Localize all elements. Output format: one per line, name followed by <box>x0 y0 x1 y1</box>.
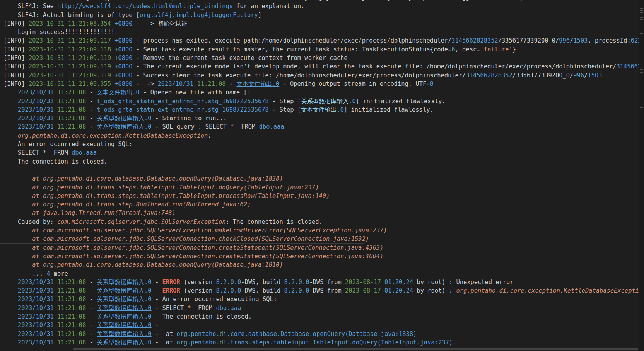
log-text-segment: 1503 <box>573 37 588 44</box>
log-text-segment: org.slf4j.impl.Log4jLoggerFactory <box>140 12 258 19</box>
log-text-segment: - Opening output stream in encoding: UTF… <box>279 80 430 87</box>
log-text-segment: - Starting to run... <box>152 115 227 122</box>
log-text-segment: [INFO] <box>3 37 29 44</box>
log-line: 2023/10/31 11:21:08 - 关系型数据库输入.0 - at or… <box>3 330 639 338</box>
log-text-segment: - <box>86 313 97 320</box>
log-line: 2023/10/31 11:21:08 - 关系型数据库输入.0 - <box>3 321 639 329</box>
log-text-segment: - <box>86 296 97 303</box>
log-link[interactable]: 关系型数据库输入.0 <box>97 115 152 122</box>
log-text-segment: 2023-10-31 11:21:09.119 <box>29 72 114 79</box>
log-text-segment: at com.microsoft.sqlserver.jdbc.SQLServe… <box>3 235 369 242</box>
log-link[interactable]: t_ods_grta_statn_ext_entrnc_nr.stg_16987… <box>97 106 269 113</box>
log-text-segment: (version <box>180 279 216 286</box>
log-text-segment: -DWS, build <box>241 287 284 294</box>
log-text-segment: - <box>86 89 97 96</box>
log-text-segment: - SELECT * FROM <box>152 305 216 312</box>
log-text-segment <box>3 322 18 329</box>
log-text-segment: +0800 <box>114 55 132 61</box>
log-line: org.pentaho.di.core.exception.KettleData… <box>3 131 639 140</box>
log-text-segment: org.pentaho.di.core.exception.KettleData… <box>456 287 639 294</box>
log-link[interactable]: 关系型数据库输入.0 <box>97 123 152 130</box>
log-text-segment <box>3 98 18 105</box>
log-text-segment: at org.pentaho.di.trans.steps.tableinput… <box>3 184 319 191</box>
log-text-segment: 11:21:08 <box>54 287 86 294</box>
log-link[interactable]: 关系型数据库输入.0 <box>97 305 152 312</box>
log-text-segment: 3145662828352 <box>466 72 512 79</box>
log-text-segment: - <box>86 287 97 294</box>
log-lines-container: SLF4J: Found binding in [jar:file:/home/… <box>0 0 639 347</box>
log-text-segment <box>3 106 18 113</box>
log-text-segment: - Opened new file with name [] <box>140 89 251 96</box>
log-text-segment: 11:21:08 <box>54 279 86 286</box>
log-text-segment: : The connection is closed. <box>226 218 323 225</box>
log-text-segment: 2023/10/31 <box>18 123 54 130</box>
log-link[interactable]: 关系型数据库输入.0 <box>97 313 152 320</box>
horizontal-scrollbar-thumb[interactable] <box>73 348 638 350</box>
log-text-segment: 2023/10/31 <box>18 279 54 286</box>
log-line: ... 4 more <box>3 269 639 278</box>
log-link[interactable]: 关系型数据库输入.0 <box>97 322 152 329</box>
log-link[interactable]: 关系型数据库输入.0 <box>97 339 152 346</box>
log-line: [INFO] 2023-10-31 11:21:09.119 +0800 - S… <box>3 71 639 80</box>
log-text-segment: 1503 <box>588 72 602 79</box>
log-line: 2023/10/31 11:21:08 - 关系型数据库输入.0 - at or… <box>3 338 639 347</box>
log-link[interactable]: 关系型数据库输入.0 <box>97 287 152 294</box>
scroll-annotation-mark <box>640 72 643 73</box>
log-line: at org.pentaho.di.trans.steps.tableinput… <box>3 192 639 200</box>
log-link[interactable]: 关系型数据库输入.0 <box>97 331 152 337</box>
log-text-segment: - <box>86 115 97 122</box>
log-text-segment: - <box>152 322 162 329</box>
log-text-segment: 996 <box>573 72 584 79</box>
log-text-segment: , processId: <box>588 37 630 44</box>
log-text-segment: 2023/10/31 <box>18 305 54 312</box>
log-line: at com.microsoft.sqlserver.jdbc.SQLServe… <box>3 252 639 261</box>
cursor-line-border-bottom <box>0 252 364 252</box>
log-text-segment <box>3 331 18 337</box>
log-line: 2023/10/31 11:21:08 - t_ods_grta_statn_e… <box>3 97 639 106</box>
log-text-segment: 2023/10/31 <box>18 331 54 337</box>
log-text-segment: ERROR <box>162 287 180 294</box>
log-text-segment: ... <box>3 270 46 277</box>
log-text-segment: at java.lang.Thread.run(Thread.java:748) <box>3 210 176 216</box>
log-text-segment: -DWS from <box>309 287 345 294</box>
log-link[interactable]: 文本文件输出.0 <box>236 80 279 87</box>
log-line: at org.pentaho.di.core.database.Database… <box>3 261 639 269</box>
log-text-segment: at com.microsoft.sqlserver.jdbc.SQLServe… <box>3 227 387 234</box>
log-text-segment: 3145662828352 <box>617 63 639 70</box>
log-text-segment: at org.pentaho.di.trans.step.RunThread.r… <box>3 201 251 208</box>
log-link[interactable]: t_ods_grta_statn_ext_entrnc_nr.stg_16987… <box>97 98 269 105</box>
log-text-segment: 2023/10/31 <box>18 106 54 113</box>
log-link[interactable]: http://www.slf4j.org/codes.html#multiple… <box>57 3 233 10</box>
log-text-segment: .0 <box>337 106 344 113</box>
log-line: Caused by: com.microsoft.sqlserver.jdbc.… <box>3 218 639 226</box>
log-text-segment: 8 <box>430 80 433 87</box>
log-line: at org.pentaho.di.trans.steps.tableinput… <box>3 183 639 192</box>
log-text-segment <box>3 123 18 130</box>
vertical-scrollbar[interactable] <box>639 0 644 351</box>
log-line: The connection is closed. <box>3 157 639 166</box>
log-link[interactable]: 文本文件输出.0 <box>97 89 140 96</box>
log-text-segment <box>3 339 18 346</box>
log-line: at com.microsoft.sqlserver.jdbc.SQLServe… <box>3 226 639 235</box>
log-text-segment: 11:21:08 <box>54 313 86 320</box>
log-text-segment: 2023-08-17 <box>345 287 381 294</box>
log-text-segment: 8.2.0.0 <box>284 287 309 294</box>
log-text-segment: - <box>86 98 97 105</box>
log-text-segment: - <box>86 322 97 329</box>
log-text-segment: SLF4J: See <box>3 3 57 10</box>
log-line: 2023/10/31 11:21:08 - 文本文件输出.0 - Opened … <box>3 88 639 97</box>
log-text-segment: 2023/10/31 <box>18 339 54 346</box>
log-text-segment: - process has exited. execute path:/home… <box>133 37 452 44</box>
log-text-segment: 11:21:08 <box>193 80 225 87</box>
log-text-segment: 8.2.0.0 <box>284 279 309 286</box>
log-line: [INFO] 2023-10-31 11:21:08.354 +0800 - -… <box>3 19 639 28</box>
scroll-annotation-mark <box>640 17 643 18</box>
log-link[interactable]: 关系型数据库输入.0 <box>97 279 152 286</box>
log-text-segment: 2023-10-31 11:21:08.354 <box>29 20 114 27</box>
log-text-segment: 01.20.24 <box>384 287 413 294</box>
log-text-segment <box>3 279 18 286</box>
log-text-segment: +0800 <box>114 46 132 53</box>
log-output[interactable]: SLF4J: Found binding in [jar:file:/home/… <box>0 0 639 351</box>
log-text-segment: 996 <box>559 37 570 44</box>
log-link[interactable]: 关系型数据库输入.0 <box>97 296 152 303</box>
